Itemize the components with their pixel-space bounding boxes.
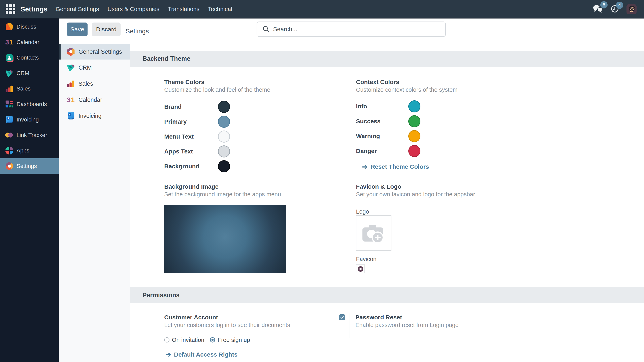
calendar-31-icon: 31 (66, 95, 75, 104)
theme-colors-title: Theme Colors (164, 78, 336, 86)
background-color-swatch[interactable] (218, 160, 230, 172)
settings-nav-calendar[interactable]: 31 Calendar (59, 92, 130, 108)
sidebar-item-apps[interactable]: Apps (0, 143, 59, 158)
radio-on-invitation[interactable] (164, 337, 170, 343)
theme-color-row-primary: Primary (164, 115, 336, 128)
default-access-rights-link[interactable]: ➔ Default Access Rights (166, 351, 336, 359)
sidebar-item-link-tracker[interactable]: Link Tracker (0, 127, 59, 143)
favicon-logo-box: Favicon & Logo Set your own favicon and … (351, 182, 504, 274)
control-panel: Save Discard Settings (59, 18, 644, 44)
theme-colors-box: Theme Colors Customize the look and feel… (159, 77, 336, 172)
sidebar-item-contacts[interactable]: Contacts (0, 50, 59, 65)
menu-technical[interactable]: Technical (208, 0, 232, 18)
topbar-menu: General Settings Users & Companies Trans… (56, 0, 232, 18)
logo-label: Logo (356, 208, 504, 215)
context-color-row-success: Success (356, 114, 504, 128)
crm-icon (66, 63, 75, 72)
theme-color-row-brand: Brand (164, 100, 336, 114)
divider (350, 313, 350, 338)
sales-bars-icon (66, 79, 75, 88)
menu-translations[interactable]: Translations (168, 0, 200, 18)
messages-count-badge[interactable]: 6 (600, 1, 608, 8)
success-color-swatch[interactable] (408, 115, 420, 127)
dashboards-grid-icon (5, 100, 13, 108)
favicon-logo-title: Favicon & Logo (356, 183, 504, 190)
radio-free-sign-up[interactable] (210, 337, 215, 343)
svg-text:$: $ (69, 113, 70, 116)
sales-bars-icon (5, 85, 13, 93)
breadcrumb: Settings (126, 18, 149, 44)
background-image-box: Background Image Set the background imag… (159, 182, 336, 274)
favicon-ring-icon (358, 266, 363, 272)
sidebar-item-dashboards[interactable]: Dashboards (0, 96, 59, 112)
sidebar-item-crm[interactable]: CRM (0, 65, 59, 81)
sidebar-item-settings[interactable]: Settings (0, 158, 59, 174)
user-avatar[interactable] (626, 4, 636, 14)
context-color-row-warning: Warning (356, 129, 504, 143)
password-reset-box: Password Reset Enable password reset fro… (339, 313, 459, 338)
customer-account-title: Customer Account (164, 314, 336, 321)
activities-button[interactable]: 4 (611, 5, 619, 14)
contacts-person-icon (5, 54, 13, 62)
section-header-backend-theme: Backend Theme (130, 51, 644, 67)
background-image-title: Background Image (164, 183, 336, 190)
discard-button[interactable]: Discard (92, 22, 120, 36)
favicon-label: Favicon (356, 255, 504, 263)
warning-color-swatch[interactable] (408, 130, 420, 142)
favicon-logo-subtitle: Set your own favicon and logo for the ap… (356, 190, 504, 198)
search-icon (263, 26, 270, 32)
theme-color-row-menu-text: Menu Text (164, 130, 336, 143)
settings-hex-icon (66, 47, 75, 56)
svg-text:$: $ (8, 117, 9, 120)
settings-nav-invoicing[interactable]: $ Invoicing (59, 108, 130, 124)
activities-count-badge[interactable]: 4 (616, 1, 623, 9)
danger-color-swatch[interactable] (408, 145, 420, 157)
theme-color-row-background: Background (164, 159, 336, 173)
context-colors-title: Context Colors (356, 78, 504, 86)
sidebar-item-invoicing[interactable]: $ Invoicing (0, 112, 59, 127)
sidebar-item-calendar[interactable]: 31 Calendar (0, 34, 59, 50)
menu-general-settings[interactable]: General Settings (56, 0, 99, 18)
apps-pie-icon (5, 147, 13, 155)
password-reset-subtitle: Enable password reset from Login page (356, 321, 459, 329)
invoicing-doc-icon: $ (66, 111, 75, 120)
sidebar-item-sales[interactable]: Sales (0, 81, 59, 96)
messages-button[interactable]: 6 (593, 4, 603, 14)
settings-nav-crm[interactable]: CRM (59, 59, 130, 76)
invoicing-doc-icon: $ (5, 116, 13, 124)
favicon-upload-box[interactable] (356, 265, 365, 273)
password-reset-title: Password Reset (356, 314, 459, 321)
sidebar-item-discuss[interactable]: Discuss (0, 19, 59, 34)
password-reset-checkbox[interactable] (339, 314, 345, 320)
primary-color-swatch[interactable] (218, 116, 230, 128)
context-colors-subtitle: Customize context colors of the system (356, 86, 504, 93)
brand-color-swatch[interactable] (218, 101, 230, 113)
context-colors-box: Context Colors Customize context colors … (351, 77, 504, 174)
apps-text-color-swatch[interactable] (218, 145, 230, 157)
menu-users-companies[interactable]: Users & Companies (108, 0, 160, 18)
arrow-right-icon: ➔ (166, 351, 171, 359)
menu-text-color-swatch[interactable] (218, 130, 230, 143)
search-input[interactable] (273, 26, 445, 32)
calendar-31-icon: 31 (5, 38, 13, 46)
settings-nav-sales[interactable]: Sales (59, 76, 130, 92)
topbar: Settings General Settings Users & Compan… (0, 0, 644, 18)
theme-color-row-apps-text: Apps Text (164, 145, 336, 158)
camera-placeholder-icon (361, 222, 386, 244)
link-tracker-icon (5, 131, 13, 139)
search-box[interactable] (256, 21, 446, 37)
background-image-preview[interactable] (164, 205, 286, 273)
app-title: Settings (20, 5, 48, 13)
apps-grid-icon[interactable] (6, 4, 15, 14)
info-color-swatch[interactable] (408, 100, 420, 112)
logo-upload-box[interactable] (356, 215, 392, 251)
settings-content: Backend Theme Theme Colors Customize the… (130, 44, 644, 362)
save-button[interactable]: Save (67, 22, 88, 36)
crm-icon (5, 69, 13, 77)
reset-theme-colors-link[interactable]: ➔ Reset Theme Colors (362, 163, 504, 171)
discuss-bubble-icon (5, 23, 13, 31)
background-image-subtitle: Set the background image for the apps me… (164, 190, 336, 198)
checkmark-icon (340, 315, 344, 319)
settings-nav-general[interactable]: General Settings (59, 44, 130, 59)
customer-account-options: On invitation Free sign up (164, 336, 336, 344)
